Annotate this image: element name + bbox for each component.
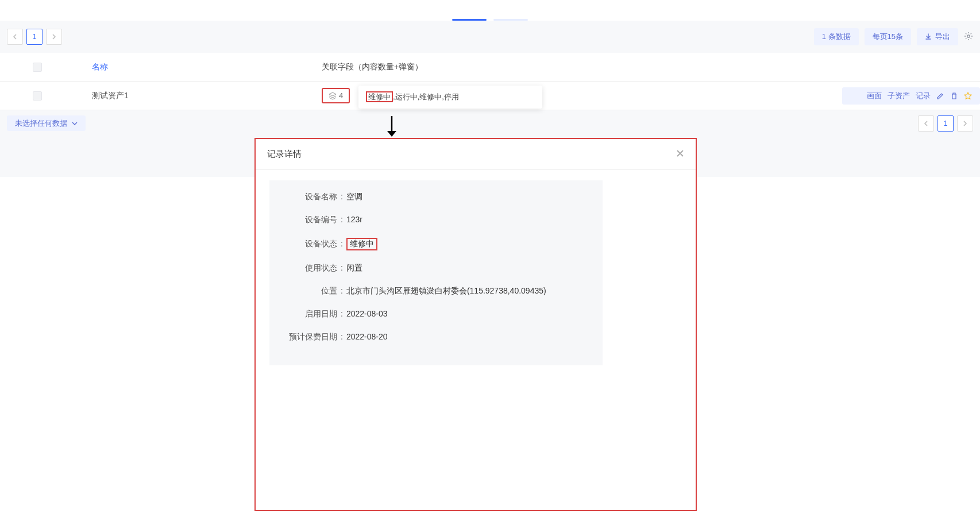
page-next-button[interactable] [46,29,62,45]
footer-page-number[interactable]: 1 [937,115,954,132]
tab-indicator-active[interactable] [452,19,487,21]
value: 123r [346,215,362,224]
page-number[interactable]: 1 [26,29,43,45]
related-tooltip: 维修中,运行中,维修中,停用 [358,86,542,109]
field-use-status: 使用状态: 闲置 [284,263,588,273]
footer-page-prev[interactable] [918,115,934,132]
page-prev-button[interactable] [7,29,23,45]
footer-left: 未选择任何数据 [7,118,86,129]
value: 空调 [346,192,362,202]
record-detail-modal: 记录详情 设备名称: 空调 设备编号: 123r 设备状态: 维修中 使用状态:… [254,138,697,511]
selection-chip[interactable]: 未选择任何数据 [7,115,86,131]
page-size-chip[interactable]: 每页15条 [865,28,911,45]
action-sub-asset[interactable]: 子资产 [888,91,910,101]
label: 设备名称 [284,192,337,202]
field-enable-date: 启用日期: 2022-08-03 [284,309,588,319]
tooltip-rest: ,运行中,维修中,停用 [393,92,459,101]
tab-indicator-inactive[interactable] [493,19,528,21]
related-badge[interactable]: 4 [322,88,350,103]
tooltip-first-item: 维修中 [366,91,393,102]
field-location: 位置: 北京市门头沟区雁翅镇淤白村委会(115.92738,40.09435) [284,286,588,296]
action-record[interactable]: 记录 [916,91,931,101]
value: 闲置 [346,263,362,273]
layers-icon [329,92,337,100]
data-count-chip[interactable]: 1 条数据 [814,28,859,45]
label: 预计保费日期 [284,332,337,342]
field-warranty-date: 预计保费日期: 2022-08-20 [284,332,588,342]
export-button[interactable]: 导出 [917,28,958,45]
chevron-down-icon [72,119,78,128]
label: 设备编号 [284,215,337,225]
top-tabs [0,0,980,21]
related-count: 4 [339,91,343,100]
table-header: 名称 关联字段（内容数量+弹窗） [0,53,980,82]
field-device-name: 设备名称: 空调 [284,192,588,202]
header-checkbox-cell [0,63,75,72]
toolbar-left: 1 [7,29,62,45]
field-device-no: 设备编号: 123r [284,215,588,225]
header-checkbox[interactable] [33,63,42,72]
edit-icon[interactable] [936,92,944,100]
toolbar: 1 1 条数据 每页15条 导出 [0,21,980,53]
detail-card: 设备名称: 空调 设备编号: 123r 设备状态: 维修中 使用状态: 闲置 位… [269,180,603,365]
action-screen[interactable]: 画面 [867,91,882,101]
value: 2022-08-03 [346,309,388,318]
gear-icon[interactable] [964,32,973,43]
table-row: 测试资产1 4 维修中,运行中,维修中,停用 画面 子资产 记录 [0,82,980,110]
row-related-cell: 4 维修中,运行中,维修中,停用 [322,88,483,103]
row-checkbox-cell [0,91,75,101]
star-icon[interactable] [964,92,972,100]
column-related: 关联字段（内容数量+弹窗） [322,62,483,72]
toolbar-right: 1 条数据 每页15条 导出 [814,28,973,45]
label: 位置 [284,286,337,296]
row-actions: 画面 子资产 记录 [842,87,980,105]
value-highlighted: 维修中 [346,238,377,250]
selection-label: 未选择任何数据 [15,119,67,128]
download-icon [925,33,932,40]
footer-bar: 未选择任何数据 1 [0,110,980,137]
value: 2022-08-20 [346,332,388,341]
close-icon[interactable] [676,148,684,160]
column-name[interactable]: 名称 [75,62,322,72]
modal-header: 记录详情 [256,139,696,170]
modal-title: 记录详情 [267,149,302,160]
value: 北京市门头沟区雁翅镇淤白村委会(115.92738,40.09435) [346,286,546,296]
export-label: 导出 [935,32,950,42]
row-checkbox[interactable] [33,91,42,101]
footer-page-next[interactable] [957,115,973,132]
svg-point-0 [967,34,970,37]
footer-pagination: 1 [918,115,973,132]
row-name: 测试资产1 [75,91,322,101]
label: 使用状态 [284,263,337,273]
label: 设备状态 [284,239,337,249]
field-device-status: 设备状态: 维修中 [284,238,588,250]
label: 启用日期 [284,309,337,319]
trash-icon[interactable] [950,92,958,100]
